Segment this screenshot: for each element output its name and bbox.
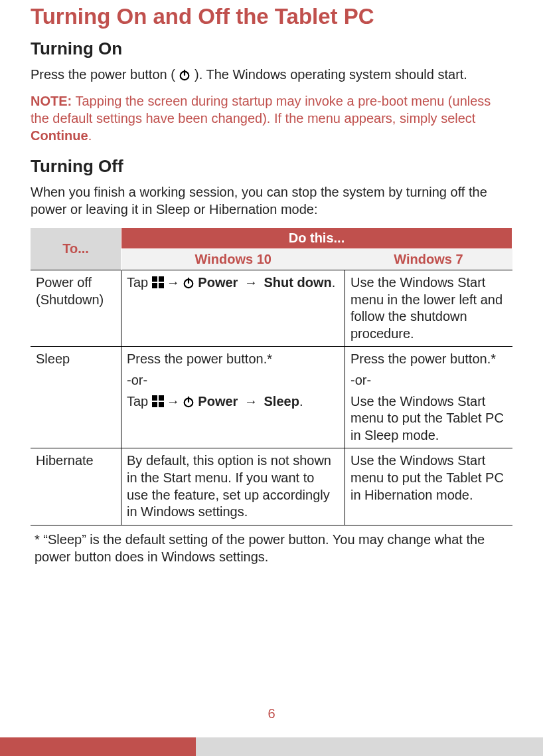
cell-w10: Tap → Power → Shut down. [121,270,345,347]
text-segment: -or- [350,372,507,389]
cell-to: Power off (Shutdown) [31,270,121,347]
arrow-right-icon: → [164,393,183,411]
note-text: Tapping the screen during startup may in… [31,94,491,126]
table-row: Power off (Shutdown) Tap → Power → Shut … [31,270,512,347]
arrow-right-icon: → [242,393,260,411]
note-continue: Continue [31,128,88,143]
note-block: NOTE: Tapping the screen during startup … [31,92,512,144]
table-header-w7: Windows 7 [345,249,512,270]
text-segment: Tap [127,394,152,409]
text-segment: (Shutdown) [36,292,104,307]
power-table: To... Do this... Windows 10 Windows 7 Po… [31,227,512,525]
power-icon [183,396,194,408]
footer-bar [0,737,543,756]
text-segment: Press the power button.* [350,351,507,368]
text-segment: Shut down [260,275,332,290]
text-segment: ). The Windows operating system should s… [191,67,467,82]
cell-w7: Use the Windows Start menu to put the Ta… [345,448,512,525]
text-segment: Power [194,394,242,409]
arrow-right-icon: → [164,274,183,292]
footer-gray-segment [196,737,543,756]
turning-off-intro: When you finish a working session, you c… [31,183,512,218]
windows-logo-icon [152,395,164,407]
power-icon [179,69,191,81]
cell-w7: Press the power button.* -or- Use the Wi… [345,347,512,448]
cell-w10: Press the power button.* -or- Tap → Powe… [121,347,345,448]
table-row: Hibernate By default, this option is not… [31,448,512,525]
cell-to: Sleep [31,347,121,448]
text-segment: Sleep [260,394,299,409]
cell-to: Hibernate [31,448,121,525]
text-segment: Press the power button ( [31,67,179,82]
text-segment: Power off [36,275,92,290]
turning-off-heading: Turning Off [31,156,512,177]
text-segment: Tap [127,275,152,290]
power-icon [183,277,194,289]
note-label: NOTE: [31,94,72,108]
text-segment: Power [194,275,242,290]
turning-on-heading: Turning On [31,39,512,59]
table-row: Sleep Press the power button.* -or- Tap … [31,347,512,448]
text-segment: . [332,275,336,290]
table-header-w10: Windows 10 [121,249,345,270]
table-header-to: To... [31,228,121,270]
cell-w7: Use the Windows Start menu in the lower … [345,270,512,347]
text-segment: -or- [127,372,339,389]
footnote: * “Sleep” is the default setting of the … [35,531,508,565]
page-number: 6 [0,706,543,721]
footer-red-segment [0,737,196,756]
table-header-do: Do this... [121,228,512,249]
cell-w10: By default, this option is not shown in … [121,448,345,525]
text-segment: . [299,394,303,409]
page-title: Turning On and Off the Tablet PC [31,0,512,29]
turning-on-text: Press the power button ( ). The Windows … [31,66,512,83]
text-segment: Use the Windows Start menu to put the Ta… [350,393,507,444]
windows-logo-icon [152,276,164,288]
note-text: . [88,128,92,143]
arrow-right-icon: → [242,274,260,292]
text-segment: Press the power button.* [127,351,339,368]
